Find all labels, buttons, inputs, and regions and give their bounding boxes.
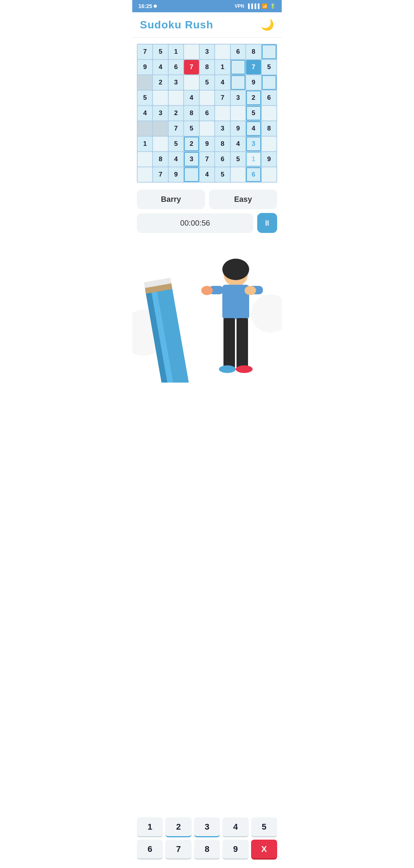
status-bar: 16:25 VPN ▐▐▐▐ 📶 🔋 xyxy=(132,0,282,12)
cell-26[interactable] xyxy=(262,75,276,90)
cell-62[interactable] xyxy=(262,137,276,151)
cell-34[interactable]: 2 xyxy=(246,91,261,105)
cell-4[interactable]: 3 xyxy=(200,45,214,59)
player-name: Barry xyxy=(161,195,181,203)
cell-69[interactable]: 5 xyxy=(231,152,245,167)
cell-38[interactable]: 2 xyxy=(169,106,183,120)
cell-75[interactable] xyxy=(184,167,199,182)
cell-29[interactable] xyxy=(169,91,183,105)
cell-52[interactable]: 4 xyxy=(246,121,261,136)
cell-1[interactable]: 5 xyxy=(153,45,168,59)
cell-58[interactable]: 9 xyxy=(200,137,214,151)
cell-65[interactable]: 4 xyxy=(169,152,183,167)
cell-11[interactable]: 6 xyxy=(169,60,183,74)
cell-22[interactable]: 5 xyxy=(200,75,214,90)
cell-35[interactable]: 6 xyxy=(262,91,276,105)
status-dot xyxy=(154,5,157,8)
cell-59[interactable]: 8 xyxy=(215,137,230,151)
cell-79[interactable]: 6 xyxy=(246,167,261,182)
svg-rect-18 xyxy=(237,318,248,368)
cell-27[interactable]: 5 xyxy=(138,91,152,105)
cell-46[interactable] xyxy=(153,121,168,136)
wifi-icon: 📶 xyxy=(262,3,268,9)
cell-39[interactable]: 8 xyxy=(184,106,199,120)
cell-49[interactable] xyxy=(200,121,214,136)
cell-57[interactable]: 2 xyxy=(184,137,199,151)
cell-14[interactable]: 1 xyxy=(215,60,230,74)
cell-12[interactable]: 7 xyxy=(184,60,199,74)
cell-77[interactable]: 5 xyxy=(215,167,230,182)
cell-67[interactable]: 7 xyxy=(200,152,214,167)
cell-60[interactable]: 4 xyxy=(231,137,245,151)
cell-40[interactable]: 6 xyxy=(200,106,214,120)
cell-23[interactable]: 4 xyxy=(215,75,230,90)
cell-18[interactable] xyxy=(138,75,152,90)
svg-point-19 xyxy=(219,365,236,373)
cell-54[interactable]: 1 xyxy=(138,137,152,151)
cell-45[interactable] xyxy=(138,121,152,136)
cell-8[interactable] xyxy=(262,45,276,59)
svg-point-15 xyxy=(201,286,213,295)
cell-47[interactable]: 7 xyxy=(169,121,183,136)
cell-74[interactable]: 9 xyxy=(169,167,183,182)
cell-43[interactable]: 5 xyxy=(246,106,261,120)
moon-icon[interactable]: 🌙 xyxy=(261,18,274,31)
cell-44[interactable] xyxy=(262,106,276,120)
cell-20[interactable]: 3 xyxy=(169,75,183,90)
cell-6[interactable]: 6 xyxy=(231,45,245,59)
time: 16:25 xyxy=(138,3,152,9)
cell-16[interactable]: 7 xyxy=(246,60,261,74)
cell-37[interactable]: 3 xyxy=(153,106,168,120)
cell-25[interactable]: 9 xyxy=(246,75,261,90)
cell-53[interactable]: 8 xyxy=(262,121,276,136)
cell-15[interactable] xyxy=(231,60,245,74)
cell-68[interactable]: 6 xyxy=(215,152,230,167)
cell-24[interactable] xyxy=(231,75,245,90)
cell-71[interactable]: 9 xyxy=(262,152,276,167)
cell-41[interactable] xyxy=(215,106,230,120)
cell-48[interactable]: 5 xyxy=(184,121,199,136)
cell-5[interactable] xyxy=(215,45,230,59)
cell-21[interactable] xyxy=(184,75,199,90)
cell-56[interactable]: 5 xyxy=(169,137,183,151)
illustration xyxy=(132,237,282,383)
cell-78[interactable] xyxy=(231,167,245,182)
cell-13[interactable]: 8 xyxy=(200,60,214,74)
cell-55[interactable] xyxy=(153,137,168,151)
cell-66[interactable]: 3 xyxy=(184,152,199,167)
cell-32[interactable]: 7 xyxy=(215,91,230,105)
cell-72[interactable] xyxy=(138,167,152,182)
cell-30[interactable]: 4 xyxy=(184,91,199,105)
cell-61[interactable]: 3 xyxy=(246,137,261,151)
cell-7[interactable]: 8 xyxy=(246,45,261,59)
pause-icon: ⏸ xyxy=(263,219,271,228)
timer: 00:00:56 xyxy=(180,219,210,227)
cell-63[interactable] xyxy=(138,152,152,167)
cell-73[interactable]: 7 xyxy=(153,167,168,182)
cell-9[interactable]: 9 xyxy=(138,60,152,74)
cell-76[interactable]: 4 xyxy=(200,167,214,182)
cell-51[interactable]: 9 xyxy=(231,121,245,136)
cell-31[interactable] xyxy=(200,91,214,105)
cell-2[interactable]: 1 xyxy=(169,45,183,59)
cell-10[interactable]: 4 xyxy=(153,60,168,74)
cell-0[interactable]: 7 xyxy=(138,45,152,59)
cell-28[interactable] xyxy=(153,91,168,105)
cell-70[interactable]: 1 xyxy=(246,152,261,167)
difficulty-card: Easy xyxy=(209,190,277,209)
battery-label: 🔋 xyxy=(270,3,276,9)
cell-80[interactable] xyxy=(262,167,276,182)
cell-50[interactable]: 3 xyxy=(215,121,230,136)
cell-3[interactable] xyxy=(184,45,199,59)
cell-17[interactable]: 5 xyxy=(262,60,276,74)
difficulty: Easy xyxy=(234,195,252,203)
svg-point-1 xyxy=(251,294,282,333)
cell-64[interactable]: 8 xyxy=(153,152,168,167)
cell-42[interactable] xyxy=(231,106,245,120)
sudoku-grid[interactable]: 7513689467817523549547326432865753948152… xyxy=(137,44,277,183)
cell-36[interactable]: 4 xyxy=(138,106,152,120)
cell-33[interactable]: 3 xyxy=(231,91,245,105)
cell-19[interactable]: 2 xyxy=(153,75,168,90)
timer-card: 00:00:56 xyxy=(137,213,253,233)
pause-button[interactable]: ⏸ xyxy=(257,213,277,233)
